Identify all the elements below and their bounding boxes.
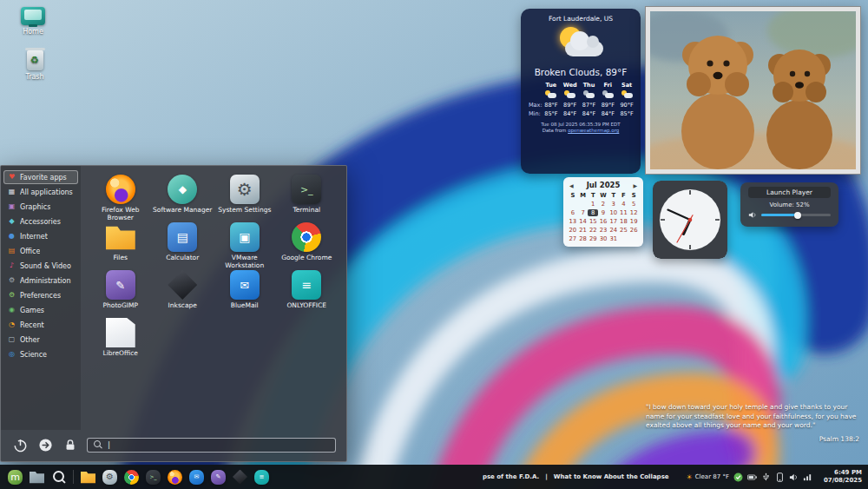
calendar-day[interactable]: 6 xyxy=(568,209,578,216)
menu-category-science[interactable]: ◎Science xyxy=(3,347,78,361)
weather-source-link[interactable]: openweathermap.org xyxy=(568,128,619,133)
app-system-settings[interactable]: ⚙System Settings xyxy=(214,173,276,221)
taskbar-app-google-chrome[interactable] xyxy=(122,468,141,486)
taskbar-app-system-settings[interactable]: ⚙ xyxy=(101,468,119,486)
menu-category-sound-video[interactable]: ♪Sound & Video xyxy=(3,259,78,273)
calendar-day[interactable]: 15 xyxy=(588,218,598,225)
calendar-day[interactable]: 22 xyxy=(588,227,598,234)
calendar-day[interactable]: 17 xyxy=(608,218,619,225)
calendar-day[interactable]: 19 xyxy=(628,218,639,225)
menu-category-graphics[interactable]: ▣Graphics xyxy=(3,200,78,214)
menu-category-favorite-apps[interactable]: ♥Favorite apps xyxy=(3,170,78,184)
calendar-day[interactable]: 21 xyxy=(578,227,589,234)
calendar-day[interactable]: 5 xyxy=(628,201,639,208)
taskbar-clock[interactable]: 6:49 PM 07/08/2025 xyxy=(824,469,862,485)
calendar-day[interactable]: 24 xyxy=(608,227,619,234)
menu-button[interactable]: m xyxy=(6,468,24,486)
menu-category-all-applications[interactable]: ▦All applications xyxy=(3,185,78,199)
taskbar-app-onlyoffice[interactable]: ≡ xyxy=(253,468,271,486)
app-files[interactable]: Files xyxy=(89,221,152,268)
app-calculator[interactable]: ▤Calculator xyxy=(152,221,214,268)
app-firefox-web-browser[interactable]: Firefox Web Browser xyxy=(89,173,152,221)
menu-category-games[interactable]: ◉Games xyxy=(3,303,78,317)
launch-player-button[interactable]: Launch Player xyxy=(748,187,831,198)
menu-category-label: Sound & Video xyxy=(20,262,71,270)
update-icon[interactable] xyxy=(733,472,743,482)
taskbar-app-bluemail[interactable]: ✉ xyxy=(187,468,206,486)
calendar-day[interactable]: 4 xyxy=(619,201,629,208)
calendar-selected-day[interactable]: 8 xyxy=(588,209,598,216)
app-label: Calculator xyxy=(166,254,199,262)
internet-icon: ● xyxy=(8,233,16,240)
onlyoffice-icon: ≡ xyxy=(292,270,321,300)
menu-category-accessories[interactable]: ◆Accessories xyxy=(3,215,78,228)
calendar-day[interactable]: 2 xyxy=(598,201,608,208)
calendar-next-button[interactable]: ▶ xyxy=(631,182,639,188)
taskbar-app-firefox-web-browser[interactable] xyxy=(166,468,184,486)
app-libreoffice[interactable]: LibreOffice xyxy=(89,316,152,364)
calendar-day[interactable]: 18 xyxy=(619,218,629,225)
network-icon[interactable] xyxy=(803,472,812,482)
calendar-prev-button[interactable]: ◀ xyxy=(568,182,575,188)
volume-icon[interactable] xyxy=(789,472,799,482)
taskbar-date: 07/08/2025 xyxy=(824,477,862,485)
volume-slider-thumb[interactable] xyxy=(794,212,801,219)
app-terminal[interactable]: >_Terminal xyxy=(276,173,339,221)
calendar-day[interactable]: 16 xyxy=(598,218,608,225)
app-photogimp[interactable]: ✎PhotoGIMP xyxy=(89,268,152,316)
app-software-manager[interactable]: ◆Software Manager xyxy=(152,173,214,221)
calendar-day[interactable]: 27 xyxy=(568,235,578,242)
calendar-day[interactable]: 12 xyxy=(628,209,639,216)
app-inkscape[interactable]: Inkscape xyxy=(152,268,214,316)
taskbar-app-inkscape[interactable] xyxy=(231,468,249,486)
battery-icon[interactable] xyxy=(747,472,757,482)
menu-category-office[interactable]: ▤Office xyxy=(3,244,78,258)
calendar-day[interactable]: 1 xyxy=(588,201,598,208)
tray-weather-applet[interactable]: ☀ Clear 87 °F xyxy=(687,473,729,481)
menu-search-input[interactable]: | xyxy=(87,438,336,453)
calendar-day[interactable]: 11 xyxy=(619,209,629,216)
calendar-day[interactable]: 10 xyxy=(608,209,619,216)
calendar-day[interactable]: 30 xyxy=(598,235,608,242)
system-settings-icon: ⚙ xyxy=(230,175,260,204)
lock-button[interactable] xyxy=(62,436,79,453)
app-bluemail[interactable]: ✉BlueMail xyxy=(214,268,276,316)
calendar-day[interactable]: 25 xyxy=(619,227,629,234)
menu-category-other[interactable]: ▢Other xyxy=(3,333,78,347)
calendar-day[interactable]: 13 xyxy=(568,218,578,225)
menu-category-label: Graphics xyxy=(20,203,50,211)
search-button[interactable] xyxy=(49,468,68,486)
calendar-day[interactable]: 9 xyxy=(598,209,608,216)
desktop-icon-home[interactable]: Home xyxy=(9,7,57,36)
files-button[interactable] xyxy=(28,468,46,486)
app-google-chrome[interactable]: Google Chrome xyxy=(276,221,339,268)
calendar-day[interactable]: 28 xyxy=(578,235,589,242)
volume-slider[interactable] xyxy=(761,214,831,216)
calendar-day[interactable]: 29 xyxy=(588,235,598,242)
calendar-day[interactable]: 7 xyxy=(578,209,589,216)
news-ticker[interactable]: pse of the F.D.A. | What to Know About t… xyxy=(483,473,669,480)
calendar-day[interactable]: 14 xyxy=(578,218,589,225)
taskbar-app-files[interactable] xyxy=(79,468,97,486)
menu-category-internet[interactable]: ●Internet xyxy=(3,229,78,243)
menu-category-administration[interactable]: ⚙Administration xyxy=(3,274,78,287)
usb-icon[interactable] xyxy=(761,472,771,482)
menu-category-preferences[interactable]: ⚙Preferences xyxy=(3,288,78,302)
onlyoffice-icon: ≡ xyxy=(254,470,269,485)
desktop-icon-trash[interactable]: ♻ Trash xyxy=(10,50,59,81)
taskbar-app-terminal[interactable]: >_ xyxy=(144,468,162,486)
calendar-day[interactable]: 23 xyxy=(598,227,608,234)
calendar-day[interactable]: 31 xyxy=(608,235,619,242)
cloud-icon xyxy=(565,41,603,56)
taskbar-app-photogimp[interactable]: ✎ xyxy=(209,468,227,486)
phone-icon[interactable] xyxy=(775,472,785,482)
calendar-day[interactable]: 3 xyxy=(608,201,619,208)
menu-category-recent[interactable]: ◔Recent xyxy=(3,318,78,332)
app-onlyoffice[interactable]: ≡ONLYOFFICE xyxy=(276,268,339,316)
calendar-day[interactable]: 26 xyxy=(628,227,639,234)
power-button[interactable] xyxy=(11,436,29,453)
app-vmware-workstation[interactable]: ▣VMware Workstation xyxy=(214,221,276,268)
app-label: Software Manager xyxy=(153,207,212,215)
logout-button[interactable] xyxy=(36,436,54,453)
calendar-day[interactable]: 20 xyxy=(568,227,578,234)
